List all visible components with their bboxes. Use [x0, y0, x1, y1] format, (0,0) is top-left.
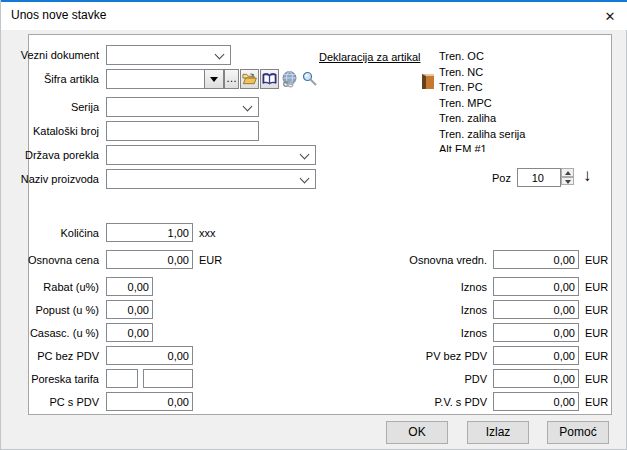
popust-input[interactable]	[106, 300, 153, 319]
dropdown-triangle-icon	[210, 77, 218, 82]
poz-input[interactable]	[517, 168, 561, 187]
chevron-down-icon	[300, 150, 310, 160]
osnovna-cena-currency-label: EUR	[199, 253, 222, 267]
label-naziv-proizvoda: Naziv proizvoda	[21, 172, 99, 186]
drzava-porekla-combobox[interactable]	[106, 145, 316, 165]
label-drzava-porekla: Država porekla	[25, 148, 99, 162]
label-kataloski-broj: Kataloški broj	[33, 124, 99, 138]
label-pc-s-pdv: PC s PDV	[49, 395, 99, 409]
brown-book-icon	[422, 74, 434, 89]
chevron-down-icon	[243, 102, 253, 112]
iznos-3-input[interactable]	[493, 323, 579, 342]
tren-nc-label: Tren. NC	[439, 65, 589, 81]
label-serija: Serija	[71, 100, 99, 114]
poreska-tarifa-name-input[interactable]	[143, 369, 193, 388]
sifra-artikla-input[interactable]	[106, 69, 205, 89]
chevron-down-icon	[215, 50, 225, 60]
magnifier-icon[interactable]	[302, 71, 318, 87]
pv-bez-pdv-input[interactable]	[493, 346, 579, 365]
naziv-proizvoda-combobox[interactable]	[106, 169, 316, 189]
globe-link-icon[interactable]	[281, 70, 299, 88]
sifra-ellipsis-button[interactable]: …	[224, 69, 239, 89]
label-vezni-dokument: Vezni dokument	[21, 48, 99, 62]
currency-label: EUR	[585, 395, 608, 409]
book-icon	[262, 72, 277, 86]
sifra-dropdown-button[interactable]	[204, 69, 224, 89]
move-down-arrow-icon[interactable]: ↓	[583, 166, 592, 186]
osnovna-vredn-input[interactable]	[493, 250, 579, 269]
label-iznos-3: Iznos	[461, 326, 487, 340]
kolicina-unit-label: xxx	[199, 226, 216, 240]
spinner-up-icon[interactable]	[561, 168, 574, 177]
label-poreska-tarifa: Poreska tarifa	[31, 372, 99, 386]
open-folder-icon	[242, 72, 257, 86]
chevron-down-icon	[300, 174, 310, 184]
rabat-input[interactable]	[106, 277, 153, 296]
label-osnovna-cena: Osnovna cena	[28, 253, 99, 267]
label-iznos-2: Iznos	[461, 303, 487, 317]
poreska-tarifa-code-input[interactable]	[106, 369, 138, 388]
book-button[interactable]	[260, 69, 279, 89]
ok-button[interactable]: OK	[386, 421, 448, 444]
label-sifra-artikla: Šifra artikla	[44, 72, 99, 86]
title-bar[interactable]: Unos nove stavke ✕	[1, 2, 627, 30]
exit-button[interactable]: Izlaz	[467, 421, 529, 444]
label-pc-bez-pdv: PC bez PDV	[37, 349, 99, 363]
poz-spinner[interactable]	[561, 168, 574, 185]
label-pv-s-pdv: P.V. s PDV	[434, 395, 487, 409]
pc-bez-pdv-input[interactable]	[106, 346, 193, 365]
iznos-2-input[interactable]	[493, 300, 579, 319]
help-button[interactable]: Pomoć	[547, 421, 609, 444]
label-casasc: Casasc. (u %)	[30, 326, 99, 340]
open-folder-button[interactable]	[240, 69, 259, 89]
currency-label: EUR	[585, 349, 608, 363]
label-poz: Poz	[492, 171, 511, 185]
tren-pc-label: Tren. PC	[439, 80, 589, 96]
currency-label: EUR	[585, 280, 608, 294]
label-popust: Popust (u %)	[35, 303, 99, 317]
pc-s-pdv-input[interactable]	[106, 392, 193, 411]
tren-zaliha-label: Tren. zaliha	[439, 111, 589, 127]
tren-zaliha-serija-label: Tren. zaliha serija	[439, 127, 589, 143]
label-kolicina: Količina	[60, 226, 99, 240]
tren-oc-label: Tren. OC	[439, 49, 589, 65]
casasc-input[interactable]	[106, 323, 153, 342]
close-icon[interactable]: ✕	[597, 5, 623, 28]
label-osnovna-vredn: Osnovna vredn.	[409, 253, 487, 267]
tren-mpc-label: Tren. MPC	[439, 96, 589, 112]
vezni-dokument-combobox[interactable]	[106, 45, 231, 65]
alt-em-label: Alt EM #1	[439, 142, 589, 152]
window-title: Unos nove stavke	[11, 8, 106, 22]
pdv-input[interactable]	[493, 369, 579, 388]
label-pv-bez-pdv: PV bez PDV	[426, 349, 487, 363]
currency-label: EUR	[585, 253, 608, 267]
osnovna-cena-input[interactable]	[106, 250, 193, 269]
label-pdv: PDV	[464, 372, 487, 386]
dialog-unos-nove-stavke: Unos nove stavke ✕ Vezni dokument Šifra …	[0, 0, 627, 450]
kataloski-broj-input[interactable]	[106, 121, 259, 141]
currency-label: EUR	[585, 326, 608, 340]
serija-combobox[interactable]	[106, 97, 259, 117]
currency-label: EUR	[585, 303, 608, 317]
deklaracija-link[interactable]: Deklaracija za artikal	[319, 51, 420, 63]
iznos-1-input[interactable]	[493, 277, 579, 296]
label-iznos-1: Iznos	[461, 280, 487, 294]
tren-labels-list: Tren. OC Tren. NC Tren. PC Tren. MPC Tre…	[439, 49, 589, 152]
pv-s-pdv-input[interactable]	[493, 392, 579, 411]
currency-label: EUR	[585, 372, 608, 386]
label-rabat: Rabat (u%)	[43, 280, 99, 294]
kolicina-input[interactable]	[106, 223, 193, 242]
spinner-down-icon[interactable]	[561, 177, 574, 186]
